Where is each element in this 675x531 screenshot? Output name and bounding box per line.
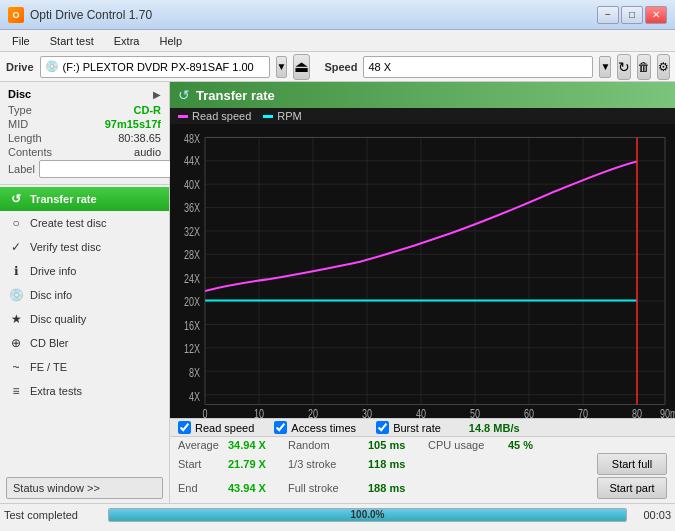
stats-row-1: Average 34.94 X Random 105 ms CPU usage … bbox=[178, 439, 667, 451]
checkbox-burst-rate: Burst rate bbox=[376, 421, 441, 434]
end-value: 43.94 X bbox=[228, 482, 288, 494]
progress-fill: 100.0% bbox=[109, 509, 626, 521]
drive-select[interactable]: 💿 (F:) PLEXTOR DVDR PX-891SAF 1.00 bbox=[40, 56, 270, 78]
svg-text:10: 10 bbox=[254, 407, 264, 418]
svg-text:24X: 24X bbox=[184, 272, 200, 286]
svg-text:48X: 48X bbox=[184, 131, 200, 145]
chart-svg: 48X 44X 40X 36X 32X 28X 24X 20X 16X 12X … bbox=[170, 124, 675, 418]
fe-te-icon: ~ bbox=[8, 360, 24, 374]
nav-extra-tests[interactable]: ≡ Extra tests bbox=[0, 379, 169, 403]
nav-disc-info-label: Disc info bbox=[30, 289, 72, 301]
nav-transfer-rate-label: Transfer rate bbox=[30, 193, 97, 205]
start-part-button[interactable]: Start part bbox=[597, 477, 667, 499]
menu-help[interactable]: Help bbox=[151, 33, 190, 49]
svg-text:44X: 44X bbox=[184, 154, 200, 168]
access-times-checkbox[interactable] bbox=[274, 421, 287, 434]
access-times-checkbox-label: Access times bbox=[291, 422, 356, 434]
start-full-button[interactable]: Start full bbox=[597, 453, 667, 475]
options-button[interactable]: ⚙ bbox=[657, 54, 670, 80]
minimize-button[interactable]: − bbox=[597, 6, 619, 24]
svg-text:40: 40 bbox=[416, 407, 426, 418]
nav-transfer-rate[interactable]: ↺ Transfer rate bbox=[0, 187, 169, 211]
nav-disc-info[interactable]: 💿 Disc info bbox=[0, 283, 169, 307]
nav-disc-quality[interactable]: ★ Disc quality bbox=[0, 307, 169, 331]
legend-read-speed: Read speed bbox=[178, 110, 251, 122]
stroke1-value: 118 ms bbox=[368, 458, 428, 470]
svg-text:30: 30 bbox=[362, 407, 372, 418]
chart-area: 48X 44X 40X 36X 32X 28X 24X 20X 16X 12X … bbox=[170, 124, 675, 418]
eraser-button[interactable]: 🗑 bbox=[637, 54, 651, 80]
disc-mid-label: MID bbox=[8, 118, 28, 130]
disc-contents-label: Contents bbox=[8, 146, 52, 158]
disc-quality-icon: ★ bbox=[8, 312, 24, 326]
maximize-button[interactable]: □ bbox=[621, 6, 643, 24]
speed-select[interactable]: 48 X bbox=[363, 56, 593, 78]
disc-mid-row: MID 97m15s17f bbox=[8, 118, 161, 130]
svg-text:20: 20 bbox=[308, 407, 318, 418]
stroke1-label: 1/3 stroke bbox=[288, 458, 368, 470]
burst-rate-value: 14.8 MB/s bbox=[469, 422, 520, 434]
chart-header: ↺ Transfer rate bbox=[170, 82, 675, 108]
svg-text:80: 80 bbox=[632, 407, 642, 418]
drive-select-value: (F:) PLEXTOR DVDR PX-891SAF 1.00 bbox=[63, 61, 254, 73]
drive-label: Drive bbox=[6, 61, 34, 73]
svg-text:36X: 36X bbox=[184, 201, 200, 215]
title-bar: O Opti Drive Control 1.70 − □ ✕ bbox=[0, 0, 675, 30]
nav-cd-bler[interactable]: ⊕ CD Bler bbox=[0, 331, 169, 355]
nav-cd-bler-label: CD Bler bbox=[30, 337, 69, 349]
disc-section: Disc ▶ Type CD-R MID 97m15s17f Length 80… bbox=[0, 82, 169, 185]
disc-length-value: 80:38.65 bbox=[118, 132, 161, 144]
app-title: Opti Drive Control 1.70 bbox=[30, 8, 152, 22]
disc-expand-icon[interactable]: ▶ bbox=[153, 89, 161, 100]
menu-start-test[interactable]: Start test bbox=[42, 33, 102, 49]
disc-mid-value: 97m15s17f bbox=[105, 118, 161, 130]
svg-text:4X: 4X bbox=[189, 389, 200, 403]
drive-info-icon: ℹ bbox=[8, 264, 24, 278]
random-value: 105 ms bbox=[368, 439, 428, 451]
cpu-label: CPU usage bbox=[428, 439, 508, 451]
disc-contents-value: audio bbox=[134, 146, 161, 158]
app-icon: O bbox=[8, 7, 24, 23]
disc-label-label: Label bbox=[8, 163, 35, 175]
svg-text:60: 60 bbox=[524, 407, 534, 418]
title-bar-left: O Opti Drive Control 1.70 bbox=[8, 7, 152, 23]
menu-bar: File Start test Extra Help bbox=[0, 30, 675, 52]
close-button[interactable]: ✕ bbox=[645, 6, 667, 24]
eject-button[interactable]: ⏏ bbox=[293, 54, 310, 80]
nav-drive-info[interactable]: ℹ Drive info bbox=[0, 259, 169, 283]
svg-text:16X: 16X bbox=[184, 318, 200, 332]
disc-info-icon: 💿 bbox=[8, 288, 24, 302]
read-speed-checkbox-label: Read speed bbox=[195, 422, 254, 434]
disc-label-input[interactable] bbox=[39, 160, 174, 178]
progress-bar: 100.0% bbox=[108, 508, 627, 522]
legend-rpm-label: RPM bbox=[277, 110, 301, 122]
stroke2-label: Full stroke bbox=[288, 482, 368, 494]
nav-verify-test-disc[interactable]: ✓ Verify test disc bbox=[0, 235, 169, 259]
chart-title: Transfer rate bbox=[196, 88, 275, 103]
refresh-button[interactable]: ↻ bbox=[617, 54, 631, 80]
menu-extra[interactable]: Extra bbox=[106, 33, 148, 49]
read-speed-checkbox[interactable] bbox=[178, 421, 191, 434]
nav-extra-tests-label: Extra tests bbox=[30, 385, 82, 397]
status-bar: Test completed 100.0% 00:03 bbox=[0, 503, 675, 525]
random-label: Random bbox=[288, 439, 368, 451]
transfer-rate-icon: ↺ bbox=[8, 192, 24, 206]
disc-header: Disc ▶ bbox=[8, 88, 161, 100]
drive-select-icon: 💿 bbox=[45, 60, 59, 73]
svg-text:8X: 8X bbox=[189, 365, 200, 379]
disc-type-label: Type bbox=[8, 104, 32, 116]
status-window-button[interactable]: Status window >> bbox=[6, 477, 163, 499]
svg-text:50: 50 bbox=[470, 407, 480, 418]
speed-dropdown-button[interactable]: ▼ bbox=[599, 56, 611, 78]
burst-rate-checkbox[interactable] bbox=[376, 421, 389, 434]
nav-items: ↺ Transfer rate ○ Create test disc ✓ Ver… bbox=[0, 185, 169, 405]
nav-fe-te[interactable]: ~ FE / TE bbox=[0, 355, 169, 379]
cpu-value: 45 % bbox=[508, 439, 558, 451]
menu-file[interactable]: File bbox=[4, 33, 38, 49]
nav-create-test-disc[interactable]: ○ Create test disc bbox=[0, 211, 169, 235]
checkbox-access-times: Access times bbox=[274, 421, 356, 434]
drive-dropdown-button[interactable]: ▼ bbox=[276, 56, 288, 78]
svg-text:28X: 28X bbox=[184, 248, 200, 262]
svg-text:32X: 32X bbox=[184, 225, 200, 239]
disc-length-row: Length 80:38.65 bbox=[8, 132, 161, 144]
